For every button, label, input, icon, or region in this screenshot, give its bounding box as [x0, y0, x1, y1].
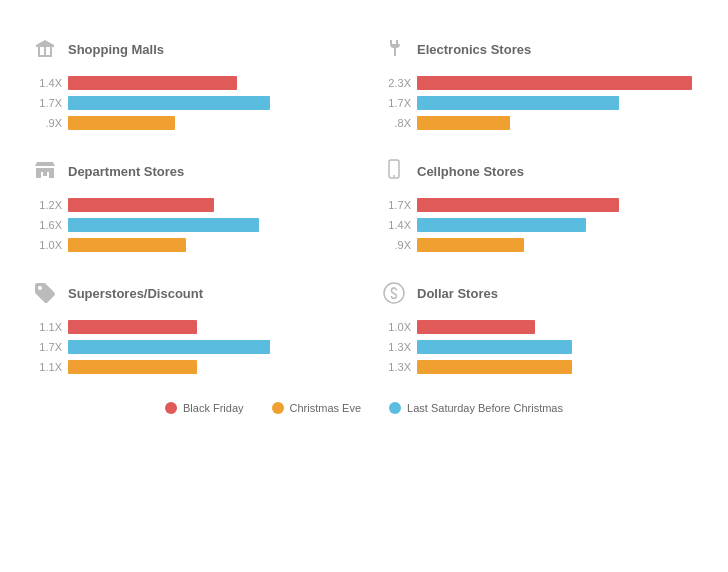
bar-row: 1.6X — [30, 218, 349, 232]
store-name: Department Stores — [68, 164, 184, 179]
bar-label: .9X — [30, 117, 62, 129]
bar-track — [68, 218, 349, 232]
bar-row: 1.4X — [30, 76, 349, 90]
bar-track — [417, 218, 698, 232]
bar-fill — [68, 340, 270, 354]
legend-dot — [165, 402, 177, 414]
store-section-electronics-stores: Electronics Stores 2.3X 1.7X .8X — [369, 34, 708, 136]
store-header: Superstores/Discount — [30, 278, 349, 308]
store-header: Dollar Stores — [379, 278, 698, 308]
bar-track — [417, 340, 698, 354]
store-section-department-stores: Department Stores 1.2X 1.6X 1.0X — [20, 156, 359, 258]
store-section-dollar-stores: Dollar Stores 1.0X 1.3X 1.3X — [369, 278, 708, 380]
bar-track — [68, 320, 349, 334]
bar-fill — [417, 340, 572, 354]
bar-row: 1.0X — [379, 320, 698, 334]
bar-label: 1.3X — [379, 341, 411, 353]
bar-track — [68, 360, 349, 374]
bar-track — [417, 198, 698, 212]
bar-label: .8X — [379, 117, 411, 129]
legend-item: Last Saturday Before Christmas — [389, 402, 563, 414]
bar-row: 1.7X — [30, 96, 349, 110]
bar-label: 1.0X — [379, 321, 411, 333]
legend-item: Christmas Eve — [272, 402, 362, 414]
legend-label: Last Saturday Before Christmas — [407, 402, 563, 414]
bar-label: 1.6X — [30, 219, 62, 231]
plug-icon — [379, 34, 409, 64]
store-header: Cellphone Stores — [379, 156, 698, 186]
bar-fill — [68, 76, 237, 90]
bar-track — [68, 96, 349, 110]
bar-row: .8X — [379, 116, 698, 130]
bar-label: 1.4X — [379, 219, 411, 231]
bar-fill — [417, 116, 510, 130]
bar-track — [68, 76, 349, 90]
bar-row: 1.1X — [30, 320, 349, 334]
bar-track — [68, 198, 349, 212]
bar-label: 1.2X — [30, 199, 62, 211]
bar-label: 1.7X — [379, 97, 411, 109]
mall-icon — [30, 34, 60, 64]
legend-dot — [389, 402, 401, 414]
store-name: Electronics Stores — [417, 42, 531, 57]
bar-track — [68, 116, 349, 130]
bar-track — [417, 76, 698, 90]
bar-fill — [417, 76, 692, 90]
bar-fill — [68, 96, 270, 110]
bar-track — [417, 320, 698, 334]
phone-icon — [379, 156, 409, 186]
bar-row: 1.7X — [379, 198, 698, 212]
legend-dot — [272, 402, 284, 414]
bar-fill — [68, 198, 214, 212]
bar-label: 2.3X — [379, 77, 411, 89]
bar-label: .9X — [379, 239, 411, 251]
bar-track — [417, 360, 698, 374]
legend: Black Friday Christmas Eve Last Saturday… — [20, 402, 708, 414]
bar-row: 1.3X — [379, 360, 698, 374]
legend-label: Christmas Eve — [290, 402, 362, 414]
bar-fill — [68, 116, 175, 130]
store-header: Department Stores — [30, 156, 349, 186]
svg-point-1 — [393, 175, 395, 177]
store-icon — [30, 156, 60, 186]
bar-label: 1.1X — [30, 361, 62, 373]
bar-track — [68, 238, 349, 252]
bar-label: 1.0X — [30, 239, 62, 251]
bar-fill — [417, 320, 535, 334]
bar-track — [417, 116, 698, 130]
store-name: Dollar Stores — [417, 286, 498, 301]
legend-label: Black Friday — [183, 402, 244, 414]
bar-row: 2.3X — [379, 76, 698, 90]
tag-icon — [30, 278, 60, 308]
bar-fill — [417, 360, 572, 374]
store-name: Superstores/Discount — [68, 286, 203, 301]
chart-grid: Shopping Malls 1.4X 1.7X .9X Electronics… — [20, 34, 708, 380]
bar-row: .9X — [30, 116, 349, 130]
bar-row: 1.7X — [379, 96, 698, 110]
bar-fill — [68, 238, 186, 252]
store-section-superstores-discount: Superstores/Discount 1.1X 1.7X 1.1X — [20, 278, 359, 380]
bar-label: 1.7X — [30, 341, 62, 353]
bar-row: 1.0X — [30, 238, 349, 252]
bar-track — [68, 340, 349, 354]
bar-fill — [417, 96, 619, 110]
bar-fill — [68, 360, 197, 374]
store-name: Shopping Malls — [68, 42, 164, 57]
bar-fill — [417, 218, 586, 232]
bar-row: .9X — [379, 238, 698, 252]
store-section-shopping-malls: Shopping Malls 1.4X 1.7X .9X — [20, 34, 359, 136]
bar-fill — [417, 238, 524, 252]
bar-label: 1.7X — [379, 199, 411, 211]
bar-fill — [417, 198, 619, 212]
legend-item: Black Friday — [165, 402, 244, 414]
bar-row: 1.2X — [30, 198, 349, 212]
bar-label: 1.4X — [30, 77, 62, 89]
bar-row: 1.3X — [379, 340, 698, 354]
store-name: Cellphone Stores — [417, 164, 524, 179]
bar-track — [417, 96, 698, 110]
bar-fill — [68, 218, 259, 232]
store-header: Electronics Stores — [379, 34, 698, 64]
bar-label: 1.3X — [379, 361, 411, 373]
bar-track — [417, 238, 698, 252]
bar-row: 1.7X — [30, 340, 349, 354]
